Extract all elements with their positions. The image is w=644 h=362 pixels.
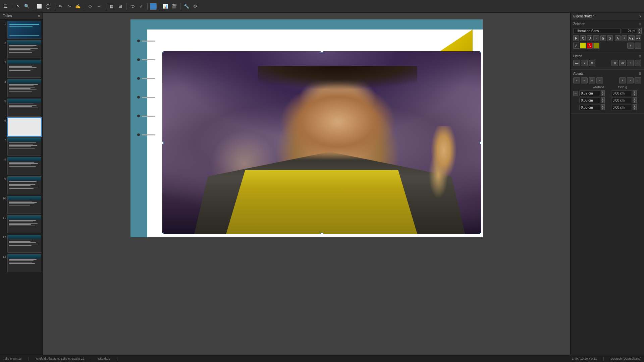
size-down-button[interactable]: A▼ (636, 35, 641, 41)
underline-button[interactable]: U (587, 35, 592, 41)
abstand-oben-input[interactable] (579, 98, 600, 103)
einzug-second-up[interactable]: ▲ (633, 97, 637, 100)
einzug-third-down[interactable]: ▼ (633, 107, 637, 110)
slide-thumb-2[interactable] (7, 40, 41, 58)
einzug-first-up[interactable]: ▲ (633, 90, 637, 93)
slide-thumb-8[interactable] (7, 157, 41, 175)
list-move-up-btn[interactable]: ↑ (627, 60, 634, 66)
slide-item-5[interactable]: 5 (1, 99, 41, 117)
properties-close[interactable]: × (639, 14, 641, 18)
align-center-btn[interactable]: ≡ (581, 77, 588, 83)
font-color-btn[interactable]: A (573, 43, 579, 49)
handle-bottommid[interactable] (320, 233, 323, 234)
strikethrough-button[interactable]: S (600, 35, 606, 41)
listen-expand-icon[interactable]: ⊞ (639, 54, 641, 58)
spacing-after-btn[interactable]: - (627, 77, 634, 83)
italic-button[interactable]: K (580, 35, 586, 41)
size-large-button[interactable]: A (615, 35, 621, 41)
align-right-btn[interactable]: ≡ (589, 77, 595, 83)
einzug-first-input[interactable] (611, 90, 632, 96)
slide-thumb-11[interactable] (7, 215, 41, 233)
shadow-button[interactable]: · (593, 35, 599, 41)
slide-thumb-9[interactable] (7, 176, 41, 194)
zeichen-expand-icon[interactable]: ⊞ (639, 22, 641, 26)
star-icon[interactable]: ☆ (138, 3, 145, 10)
slide-item-12[interactable]: 12 (1, 235, 41, 253)
einzug-second-down[interactable]: ▼ (633, 100, 637, 103)
abstand-unten-input[interactable] (579, 105, 600, 110)
slide-item-3[interactable]: 3 (1, 60, 41, 78)
wrench-icon[interactable]: 🔧 (183, 3, 190, 10)
spacing-decrease[interactable]: - (635, 43, 641, 49)
slide-item-8[interactable]: 8 (1, 157, 41, 175)
size-up-button[interactable]: A▲ (628, 35, 635, 41)
list-move-down-btn[interactable]: ↓ (635, 60, 641, 66)
cursor-icon[interactable]: ↖ (14, 3, 22, 10)
absatz-expand-icon[interactable]: ⊞ (639, 72, 641, 75)
handle-topleft[interactable] (162, 51, 164, 53)
einzug-third-up[interactable]: ▲ (633, 104, 637, 107)
spacing-before-btn[interactable]: + (619, 77, 626, 83)
slide-thumb-1[interactable] (7, 21, 41, 39)
color-button[interactable] (150, 3, 157, 10)
abstand-links-down[interactable]: ▼ (601, 93, 605, 96)
handle-midleft[interactable] (162, 141, 164, 144)
ellipse-icon[interactable]: ◯ (44, 3, 52, 10)
size-medium-button[interactable]: A (622, 35, 627, 41)
font-size-up[interactable]: ▲ (638, 28, 642, 31)
media-icon[interactable]: 🎬 (170, 3, 178, 10)
slide-item-10[interactable]: 10 (1, 196, 41, 214)
font-size-down[interactable]: ▼ (638, 31, 642, 34)
list-outdent-btn[interactable]: ⊕ (611, 60, 618, 66)
abstand-links-input[interactable] (579, 90, 600, 96)
grid-icon[interactable]: ▦ (108, 3, 115, 10)
slide-thumb-4[interactable] (7, 79, 41, 97)
align-left-btn[interactable]: ≡ (573, 77, 580, 83)
font-size-input[interactable] (622, 28, 637, 34)
chart-icon[interactable]: 📊 (162, 3, 169, 10)
handle-topmid[interactable] (320, 51, 323, 53)
slide-thumb-3[interactable] (7, 60, 41, 78)
slide-item-6[interactable]: 6 (1, 118, 41, 136)
slide-item-13[interactable]: 13 (1, 254, 41, 272)
list-indent-btn[interactable]: ⊖ (619, 60, 626, 66)
slide-item-1[interactable]: 1 (1, 21, 41, 39)
slide-thumb-7[interactable] (7, 137, 41, 156)
handle-bottomright[interactable] (480, 233, 481, 234)
menu-icon[interactable]: ☰ (2, 3, 9, 10)
char-color-btn[interactable]: A (587, 43, 593, 49)
freehand-icon[interactable]: ✍ (74, 3, 82, 10)
slide-thumb-10[interactable] (7, 196, 41, 214)
abstand-unten-down[interactable]: ▼ (601, 107, 605, 110)
slide-item-9[interactable]: 9 (1, 176, 41, 194)
abstand-links-up[interactable]: ▲ (601, 90, 605, 93)
font-name-input[interactable] (573, 28, 621, 34)
bezier-icon[interactable]: 〜 (65, 3, 73, 10)
rect-icon[interactable]: ⬜ (36, 3, 43, 10)
diamond-icon[interactable]: ◇ (87, 3, 94, 10)
bg-color-btn[interactable] (593, 43, 599, 49)
list-none-btn[interactable]: — (573, 60, 580, 66)
slide-thumb-5[interactable] (7, 99, 41, 117)
spacing-increase[interactable]: + (627, 43, 634, 49)
einzug-third-input[interactable] (611, 105, 632, 110)
align-justify-btn[interactable]: ≡ (596, 77, 603, 83)
magnify-icon[interactable]: 🔍 (23, 3, 31, 10)
pencil-icon[interactable]: ✏ (57, 3, 64, 10)
handle-midright[interactable] (480, 141, 481, 144)
slide-thumb-6[interactable] (7, 118, 41, 136)
slide-item-11[interactable]: 11 (1, 215, 41, 233)
line-spacing-btn[interactable]: ↕ (635, 77, 641, 83)
slide-thumb-12[interactable] (7, 235, 41, 253)
slide-thumb-13[interactable] (7, 254, 41, 272)
bold-button[interactable]: F (573, 35, 579, 41)
abstand-unten-up[interactable]: ▲ (601, 104, 605, 107)
slide-item-7[interactable]: 7 (1, 137, 41, 156)
handle-bottomleft[interactable] (162, 233, 164, 234)
outline-button[interactable]: S (607, 35, 613, 41)
slide-item-2[interactable]: 2 (1, 40, 41, 58)
abstand-oben-up[interactable]: ▲ (601, 97, 605, 100)
video-overlay[interactable] (162, 51, 481, 234)
slides-panel-close[interactable]: × (38, 14, 40, 18)
arrow-icon[interactable]: → (95, 3, 103, 10)
